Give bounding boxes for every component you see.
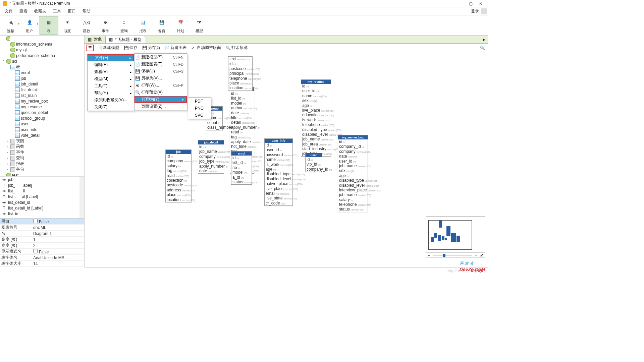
outline-item[interactable]: ↠list_detail_id <box>0 199 84 205</box>
tree-node[interactable]: ˅表 <box>0 64 84 70</box>
prop-val[interactable]: 1 <box>32 237 84 242</box>
model-toolbar-自动调整版面[interactable]: ⤢自动调整版面 <box>190 44 222 51</box>
model-toolbar-打印预览[interactable]: 🔍打印预览 <box>224 44 249 51</box>
menu-item[interactable]: 📄新建模型(S)Ctrl+N <box>135 54 187 61</box>
tree-node[interactable]: school_group <box>0 115 84 121</box>
menu-item[interactable]: PDF <box>188 98 211 105</box>
menu-item[interactable]: 添加到收藏夹(V)... <box>88 97 134 104</box>
zoom-reset-button[interactable]: ⤢ <box>479 253 485 258</box>
expand-toggle[interactable]: › <box>5 151 9 154</box>
tree-node[interactable]: ›事件 <box>0 149 84 155</box>
user-avatar-icon[interactable] <box>481 8 487 14</box>
ribbon-连接[interactable]: 🔌连接▾ <box>1 16 20 34</box>
db-table-my_resume[interactable]: my_resumeidintuser_idintnamevarchar(255)… <box>301 79 331 157</box>
prop-val[interactable]: Arial Unicode MS <box>32 255 84 260</box>
outline-item[interactable]: Tlist_id [Label] <box>0 217 84 218</box>
search-button[interactable]: 🔍 <box>479 45 486 51</box>
tree-node[interactable]: ›函数 <box>0 144 84 149</box>
outline-item[interactable]: Tlist_detail [Label] <box>0 194 84 199</box>
tree-node[interactable]: question_detail <box>0 110 84 115</box>
prop-val[interactable]: 2 <box>32 243 84 248</box>
menu-item[interactable]: 💾保存(U)Ctrl+S <box>135 68 187 75</box>
menu-item[interactable]: 💾另存为(V)... <box>135 75 187 82</box>
zoom-slider[interactable] <box>433 255 472 256</box>
expand-toggle[interactable]: › <box>5 157 9 160</box>
menu-item[interactable]: 编辑(E)▸ <box>88 61 134 68</box>
prop-val[interactable]: 14 <box>32 261 84 266</box>
menu-item[interactable]: 🔍打印预览(X) <box>135 89 187 96</box>
property-row[interactable]: 黑白False <box>0 219 84 225</box>
expand-toggle[interactable]: › <box>5 139 9 143</box>
menu-window[interactable]: 窗口 <box>64 8 79 14</box>
ribbon-备份[interactable]: 💾备份 <box>152 16 171 34</box>
model-toolbar-新建模型[interactable]: 📄新建模型 <box>96 44 120 51</box>
menu-item[interactable]: SVG <box>188 112 211 119</box>
prop-val[interactable]: False <box>32 219 84 224</box>
property-row[interactable]: 表字体名Arial Unicode MS <box>0 255 84 261</box>
menu-item[interactable]: 🖨打印(W)...Ctrl+P <box>135 82 187 89</box>
hamburger-menu-button[interactable]: ☰ <box>86 45 94 51</box>
ribbon-查询[interactable]: 🗒查询 <box>115 16 133 34</box>
menu-tools[interactable]: 工具 <box>50 8 64 14</box>
tree-node[interactable]: ›报表 <box>0 161 84 167</box>
menu-item[interactable]: 📄新建图表(T)Ctrl+D <box>135 61 187 68</box>
property-row[interactable]: 表字体大小14 <box>0 261 84 267</box>
tree-node[interactable]: mysql <box>0 47 84 53</box>
db-table-enrol[interactable]: enrolidintlist_idintnointmodelinta_idint… <box>231 151 252 185</box>
minimize-button[interactable]: — <box>455 1 466 6</box>
tree-node[interactable]: user <box>0 121 84 127</box>
tree-node[interactable]: my_recive_box <box>0 98 84 104</box>
tab[interactable]: ▦* 无标题 - 模型 <box>105 36 145 43</box>
menu-item[interactable]: PNG <box>188 105 211 112</box>
outline-item[interactable]: ↠list_detail <box>0 188 84 194</box>
tab[interactable]: ▦对象 <box>85 36 105 43</box>
db-table-my_recive_box[interactable]: my_recive_boxidintcompany_idintcompanyva… <box>338 135 368 212</box>
outline-item[interactable]: Tjob_id [Label] <box>0 182 84 188</box>
expand-toggle[interactable]: ˅ <box>1 60 5 63</box>
tree-node[interactable]: information_schema <box>0 41 84 47</box>
maximize-button[interactable]: ▢ <box>466 1 476 6</box>
prop-checkbox[interactable] <box>33 249 38 253</box>
tree-node[interactable]: vote_detail <box>0 132 84 138</box>
zoom-in-button[interactable]: + <box>474 253 479 258</box>
property-row[interactable]: 名Diagram 1 <box>0 231 84 237</box>
property-row[interactable]: 显示模式名False <box>0 249 84 255</box>
ribbon-模型[interactable]: 🗺模型 <box>190 16 209 34</box>
tree-node[interactable]: ›备份 <box>0 167 84 172</box>
outline-item[interactable]: ↠job_id <box>0 177 84 182</box>
tree-node[interactable]: ›视图 <box>0 138 84 144</box>
tree-node[interactable]: job <box>0 75 84 81</box>
menu-item[interactable]: 模型(M)▸ <box>88 75 134 82</box>
db-table-job[interactable]: jobidintcompanyvarchar(255)salaryinttagv… <box>165 149 192 202</box>
outline-item[interactable]: Tlist_detail_id [Label] <box>0 205 84 211</box>
menu-item[interactable]: 工具(T)▸ <box>88 82 134 89</box>
menu-favorites[interactable]: 收藏夹 <box>31 8 50 14</box>
menu-item[interactable]: 帮助(H)▸ <box>88 89 134 97</box>
property-row[interactable]: 宽度 (页)2 <box>0 243 84 249</box>
model-toolbar-另存为[interactable]: 💾↗另存为 <box>141 44 161 51</box>
zoom-out-button[interactable]: − <box>426 253 431 258</box>
ribbon-计划[interactable]: 📅计划 <box>171 16 190 34</box>
tree-node[interactable]: list_main <box>0 93 84 98</box>
ribbon-函数[interactable]: ƒ(x)函数 <box>77 16 96 34</box>
menu-help[interactable]: 帮助 <box>79 8 94 14</box>
tree-node[interactable]: test <box>0 172 84 176</box>
ribbon-用户[interactable]: 👤用户▾ <box>20 16 39 34</box>
tree-node[interactable]: ›查询 <box>0 155 84 161</box>
expand-toggle[interactable]: › <box>5 145 9 148</box>
tree-node[interactable]: ˅scl <box>0 58 84 64</box>
menu-item[interactable]: 查看(V)▸ <box>88 68 134 75</box>
connection-tree[interactable]: information_schemamysqlperformance_schem… <box>0 36 84 176</box>
menu-item[interactable]: 页面设置(Z)... <box>135 103 187 110</box>
db-table-job_detail[interactable]: job_detailidintjob_namevarchar(255)compa… <box>198 140 224 174</box>
diagram-outline[interactable]: ↠job_idTjob_id [Label]↠list_detailTlist_… <box>0 176 84 218</box>
tree-node[interactable]: user_info <box>0 127 84 132</box>
db-table-user_info[interactable]: user_infoidintuser_idintpasswordvarchar(… <box>264 138 293 206</box>
tree-node[interactable]: job_detail <box>0 81 84 87</box>
tab-overflow-button[interactable]: ▸ <box>480 36 488 43</box>
tree-node[interactable]: my_resume <box>0 104 84 110</box>
login-label[interactable]: 登录 <box>469 8 481 14</box>
ribbon-表[interactable]: ▦表 <box>39 16 58 35</box>
expand-toggle[interactable]: › <box>5 162 9 166</box>
close-button[interactable]: ✕ <box>476 1 486 6</box>
